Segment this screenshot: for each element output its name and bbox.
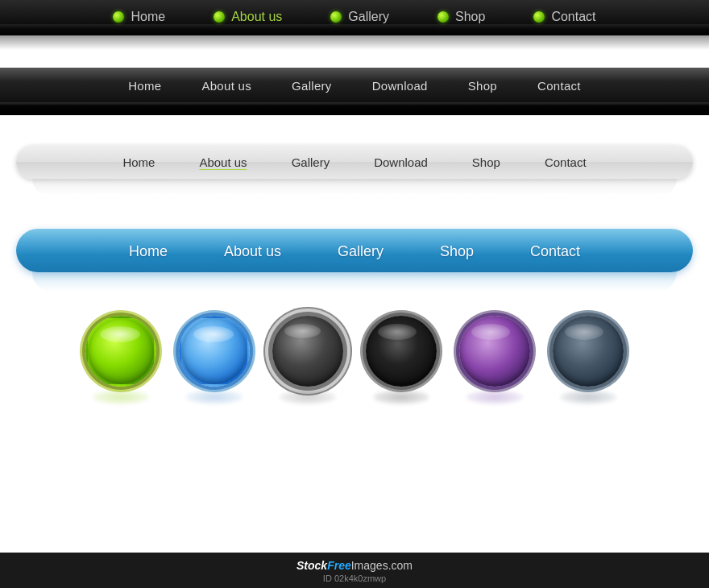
nav2-shadow [0, 106, 709, 115]
nav2-contact[interactable]: Contact [537, 79, 581, 93]
nav4-shop[interactable]: Shop [440, 243, 474, 260]
button-black[interactable] [366, 316, 437, 387]
nav2-items: Home About us Gallery Download Shop Cont… [0, 79, 709, 93]
navbar-3: Home About us Gallery Download Shop Cont… [0, 133, 709, 195]
btn-black-wrap [366, 316, 437, 404]
nav1-shop-label: Shop [455, 10, 485, 24]
button-green[interactable] [85, 316, 156, 387]
nav3-home[interactable]: Home [122, 155, 155, 169]
nav4-contact[interactable]: Contact [530, 243, 580, 260]
nav2-download[interactable]: Download [372, 79, 428, 93]
nav3-items: Home About us Gallery Download Shop Cont… [16, 155, 693, 169]
nav4-reflection [32, 272, 677, 292]
footer-text: StockFreeImages.com [0, 559, 709, 572]
buttons-row [0, 292, 709, 420]
nav3-contact[interactable]: Contact [545, 155, 587, 169]
btn-blue-wrap [179, 316, 250, 404]
btn-green-wrap [85, 316, 156, 404]
nav1-home[interactable]: Home [113, 10, 165, 24]
nav2-gallery[interactable]: Gallery [292, 79, 332, 93]
nav3-download[interactable]: Download [374, 155, 428, 169]
button-purple[interactable] [459, 316, 530, 387]
btn-black-reflection [373, 390, 429, 404]
nav3-shop[interactable]: Shop [472, 155, 500, 169]
nav1-aboutus-label: About us [231, 10, 282, 24]
nav4-items: Home About us Gallery Shop Contact [16, 243, 693, 260]
footer-watermark: StockFreeImages.com ID 02k4k0zmwp [0, 553, 709, 588]
green-dot-icon [533, 11, 545, 23]
nav1-home-label: Home [131, 10, 165, 24]
button-darkgray[interactable] [272, 316, 343, 387]
nav1-shop[interactable]: Shop [437, 10, 485, 24]
button-slate[interactable] [553, 316, 624, 387]
footer-free: Free [327, 559, 351, 572]
nav3-reflection [32, 179, 677, 195]
nav3-aboutus[interactable]: About us [199, 155, 247, 169]
navbar-4: Home About us Gallery Shop Contact [0, 213, 709, 292]
green-dot-icon [330, 11, 342, 23]
nav4-bar: Home About us Gallery Shop Contact [16, 229, 693, 272]
button-blue[interactable] [179, 316, 250, 387]
nav4-gallery[interactable]: Gallery [338, 243, 384, 260]
nav2-aboutus[interactable]: About us [201, 79, 251, 93]
green-dot-icon [214, 11, 225, 23]
nav4-aboutus[interactable]: About us [224, 243, 281, 260]
footer-id: ID 02k4k0zmwp [0, 574, 709, 583]
gap-1 [0, 50, 709, 68]
footer-domain: Images.com [351, 559, 413, 572]
gap-3 [0, 195, 709, 213]
nav1-gallery[interactable]: Gallery [330, 10, 389, 24]
btn-slate-reflection [560, 390, 616, 404]
nav3-bar: Home About us Gallery Download Shop Cont… [16, 145, 693, 179]
btn-purple-reflection [466, 390, 523, 404]
nav4-home[interactable]: Home [129, 243, 168, 260]
nav2-bar: Home About us Gallery Download Shop Cont… [0, 68, 709, 102]
btn-darkgray-reflection [280, 390, 336, 404]
nav1-shadow [0, 35, 709, 50]
gap-2 [0, 115, 709, 133]
nav1-contact-label: Contact [551, 10, 595, 24]
green-dot-icon [437, 11, 449, 23]
nav3-gallery[interactable]: Gallery [292, 155, 330, 169]
nav1-items: Home About us Gallery Shop Contact [0, 10, 709, 24]
nav1-contact[interactable]: Contact [533, 10, 595, 24]
footer-stock: Stock [296, 559, 327, 572]
btn-purple-wrap [459, 316, 530, 404]
btn-slate-wrap [553, 316, 624, 404]
navbar-1: Home About us Gallery Shop Contact [0, 0, 709, 35]
nav1-gallery-label: Gallery [348, 10, 389, 24]
green-dot-icon [113, 11, 124, 23]
navbar-2: Home About us Gallery Download Shop Cont… [0, 68, 709, 115]
btn-darkgray-wrap [272, 316, 343, 404]
btn-blue-reflection [186, 390, 243, 404]
btn-green-reflection [93, 390, 149, 404]
nav2-home[interactable]: Home [128, 79, 161, 93]
nav2-shop[interactable]: Shop [468, 79, 497, 93]
nav1-aboutus[interactable]: About us [214, 10, 282, 24]
